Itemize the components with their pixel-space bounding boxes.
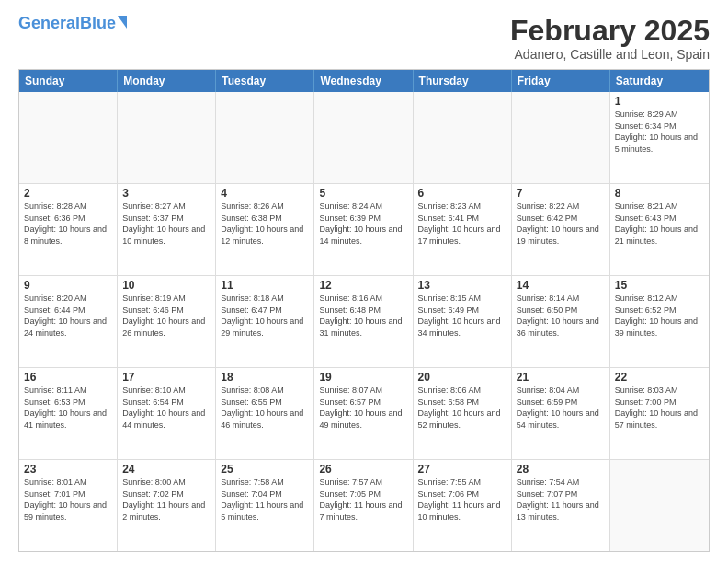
day-info: Sunrise: 8:07 AM Sunset: 6:57 PM Dayligh… [319, 385, 407, 431]
cal-cell: 21Sunrise: 8:04 AM Sunset: 6:59 PM Dayli… [512, 368, 610, 459]
cal-cell: 16Sunrise: 8:11 AM Sunset: 6:53 PM Dayli… [19, 368, 118, 459]
day-info: Sunrise: 8:27 AM Sunset: 6:37 PM Dayligh… [122, 201, 210, 247]
day-info: Sunrise: 8:26 AM Sunset: 6:38 PM Dayligh… [221, 201, 309, 247]
cal-row-3: 16Sunrise: 8:11 AM Sunset: 6:53 PM Dayli… [19, 367, 709, 459]
day-info: Sunrise: 8:08 AM Sunset: 6:55 PM Dayligh… [221, 385, 309, 431]
day-number: 19 [319, 371, 407, 384]
day-info: Sunrise: 8:19 AM Sunset: 6:46 PM Dayligh… [122, 293, 210, 339]
day-number: 18 [221, 371, 309, 384]
cal-cell: 8Sunrise: 8:21 AM Sunset: 6:43 PM Daylig… [610, 184, 709, 275]
cal-cell: 17Sunrise: 8:10 AM Sunset: 6:54 PM Dayli… [118, 368, 216, 459]
header-day-wednesday: Wednesday [314, 70, 413, 92]
day-info: Sunrise: 8:06 AM Sunset: 6:58 PM Dayligh… [418, 385, 506, 431]
day-info: Sunrise: 8:14 AM Sunset: 6:50 PM Dayligh… [517, 293, 605, 339]
day-info: Sunrise: 7:54 AM Sunset: 7:07 PM Dayligh… [517, 477, 605, 523]
cal-cell [314, 92, 413, 183]
cal-cell: 11Sunrise: 8:18 AM Sunset: 6:47 PM Dayli… [216, 276, 314, 367]
header-day-monday: Monday [118, 70, 216, 92]
cal-cell [19, 92, 118, 183]
header: GeneralBlue February 2025 Adanero, Casti… [18, 15, 710, 62]
cal-row-2: 9Sunrise: 8:20 AM Sunset: 6:44 PM Daylig… [19, 275, 709, 367]
day-info: Sunrise: 8:28 AM Sunset: 6:36 PM Dayligh… [24, 201, 112, 247]
day-number: 4 [221, 187, 309, 200]
day-number: 9 [24, 279, 112, 292]
cal-cell: 27Sunrise: 7:55 AM Sunset: 7:06 PM Dayli… [414, 460, 512, 551]
day-number: 23 [24, 463, 112, 476]
cal-cell [610, 460, 709, 551]
day-number: 17 [122, 371, 210, 384]
day-number: 3 [122, 187, 210, 200]
day-info: Sunrise: 8:03 AM Sunset: 7:00 PM Dayligh… [615, 385, 704, 431]
day-info: Sunrise: 8:04 AM Sunset: 6:59 PM Dayligh… [517, 385, 605, 431]
day-number: 2 [24, 187, 112, 200]
day-number: 27 [418, 463, 506, 476]
day-info: Sunrise: 8:29 AM Sunset: 6:34 PM Dayligh… [615, 109, 704, 155]
cal-cell: 12Sunrise: 8:16 AM Sunset: 6:48 PM Dayli… [314, 276, 413, 367]
day-number: 7 [517, 187, 605, 200]
cal-cell: 14Sunrise: 8:14 AM Sunset: 6:50 PM Dayli… [512, 276, 610, 367]
day-info: Sunrise: 8:22 AM Sunset: 6:42 PM Dayligh… [517, 201, 605, 247]
header-day-friday: Friday [512, 70, 610, 92]
cal-cell: 4Sunrise: 8:26 AM Sunset: 6:38 PM Daylig… [216, 184, 314, 275]
cal-cell [216, 92, 314, 183]
cal-cell: 9Sunrise: 8:20 AM Sunset: 6:44 PM Daylig… [19, 276, 118, 367]
day-number: 22 [615, 371, 704, 384]
header-day-sunday: Sunday [19, 70, 118, 92]
day-info: Sunrise: 8:11 AM Sunset: 6:53 PM Dayligh… [24, 385, 112, 431]
day-number: 16 [24, 371, 112, 384]
cal-cell [118, 92, 216, 183]
day-info: Sunrise: 8:15 AM Sunset: 6:49 PM Dayligh… [418, 293, 506, 339]
cal-cell: 10Sunrise: 8:19 AM Sunset: 6:46 PM Dayli… [118, 276, 216, 367]
day-number: 10 [122, 279, 210, 292]
cal-cell: 22Sunrise: 8:03 AM Sunset: 7:00 PM Dayli… [610, 368, 709, 459]
cal-cell: 23Sunrise: 8:01 AM Sunset: 7:01 PM Dayli… [19, 460, 118, 551]
day-number: 11 [221, 279, 309, 292]
day-number: 26 [319, 463, 407, 476]
month-title: February 2025 [510, 15, 710, 47]
cal-cell: 1Sunrise: 8:29 AM Sunset: 6:34 PM Daylig… [610, 92, 709, 183]
day-number: 25 [221, 463, 309, 476]
day-number: 28 [517, 463, 605, 476]
day-number: 12 [319, 279, 407, 292]
cal-cell [414, 92, 512, 183]
day-number: 21 [517, 371, 605, 384]
day-info: Sunrise: 8:01 AM Sunset: 7:01 PM Dayligh… [24, 477, 112, 523]
cal-cell: 7Sunrise: 8:22 AM Sunset: 6:42 PM Daylig… [512, 184, 610, 275]
day-number: 24 [122, 463, 210, 476]
cal-row-0: 1Sunrise: 8:29 AM Sunset: 6:34 PM Daylig… [19, 92, 709, 183]
logo-general: General [18, 14, 80, 32]
day-info: Sunrise: 8:20 AM Sunset: 6:44 PM Dayligh… [24, 293, 112, 339]
day-info: Sunrise: 8:23 AM Sunset: 6:41 PM Dayligh… [418, 201, 506, 247]
day-number: 6 [418, 187, 506, 200]
logo-line: GeneralBlue [18, 15, 127, 31]
cal-row-4: 23Sunrise: 8:01 AM Sunset: 7:01 PM Dayli… [19, 459, 709, 551]
cal-cell: 28Sunrise: 7:54 AM Sunset: 7:07 PM Dayli… [512, 460, 610, 551]
day-number: 1 [615, 95, 704, 108]
day-number: 15 [615, 279, 704, 292]
page: GeneralBlue February 2025 Adanero, Casti… [0, 0, 728, 563]
cal-cell: 19Sunrise: 8:07 AM Sunset: 6:57 PM Dayli… [314, 368, 413, 459]
logo-text: GeneralBlue [18, 15, 116, 31]
cal-cell: 26Sunrise: 7:57 AM Sunset: 7:05 PM Dayli… [314, 460, 413, 551]
day-info: Sunrise: 7:55 AM Sunset: 7:06 PM Dayligh… [418, 477, 506, 523]
cal-cell: 5Sunrise: 8:24 AM Sunset: 6:39 PM Daylig… [314, 184, 413, 275]
cal-cell: 2Sunrise: 8:28 AM Sunset: 6:36 PM Daylig… [19, 184, 118, 275]
cal-cell: 25Sunrise: 7:58 AM Sunset: 7:04 PM Dayli… [216, 460, 314, 551]
location-title: Adanero, Castille and Leon, Spain [510, 47, 710, 62]
calendar-body: 1Sunrise: 8:29 AM Sunset: 6:34 PM Daylig… [19, 92, 709, 551]
cal-cell: 20Sunrise: 8:06 AM Sunset: 6:58 PM Dayli… [414, 368, 512, 459]
cal-row-1: 2Sunrise: 8:28 AM Sunset: 6:36 PM Daylig… [19, 183, 709, 275]
day-number: 20 [418, 371, 506, 384]
day-number: 8 [615, 187, 704, 200]
cal-cell: 6Sunrise: 8:23 AM Sunset: 6:41 PM Daylig… [414, 184, 512, 275]
day-number: 13 [418, 279, 506, 292]
day-info: Sunrise: 8:21 AM Sunset: 6:43 PM Dayligh… [615, 201, 704, 247]
day-number: 5 [319, 187, 407, 200]
cal-cell: 18Sunrise: 8:08 AM Sunset: 6:55 PM Dayli… [216, 368, 314, 459]
calendar-header: SundayMondayTuesdayWednesdayThursdayFrid… [19, 70, 709, 92]
logo-blue: Blue [80, 14, 116, 32]
logo-icon [118, 16, 127, 29]
cal-cell: 24Sunrise: 8:00 AM Sunset: 7:02 PM Dayli… [118, 460, 216, 551]
calendar: SundayMondayTuesdayWednesdayThursdayFrid… [18, 69, 710, 552]
day-info: Sunrise: 8:24 AM Sunset: 6:39 PM Dayligh… [319, 201, 407, 247]
